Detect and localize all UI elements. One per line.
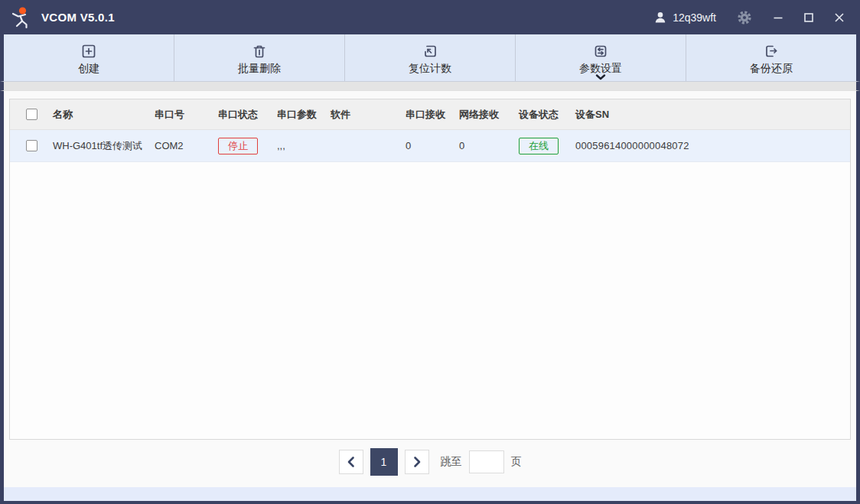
select-all-cell	[10, 109, 53, 120]
toolbar-content-divider	[0, 82, 860, 91]
row-checkbox-cell	[10, 140, 53, 151]
select-all-checkbox[interactable]	[26, 109, 37, 120]
bottom-status-strip	[0, 487, 860, 501]
batch-delete-button[interactable]: 批量删除	[174, 34, 344, 81]
user-icon	[653, 11, 667, 24]
usr-logo-icon	[9, 5, 34, 30]
user-account[interactable]: 12q39wft	[653, 11, 716, 24]
port-status-badge: 停止	[218, 138, 258, 154]
jump-to-label: 跳至	[441, 455, 462, 469]
cell-name: WH-G401tf透传测试	[53, 139, 155, 153]
device-table: 名称 串口号 串口状态 串口参数 软件 串口接收 网络接收 设备状态 设备SN …	[9, 99, 851, 440]
device-status-badge: 在线	[519, 138, 559, 154]
chevron-right-icon	[411, 456, 423, 468]
window-bottom-frame	[0, 501, 860, 504]
header-name[interactable]: 名称	[53, 108, 155, 122]
create-icon	[80, 43, 97, 60]
titlebar-right: 12q39wft	[653, 6, 849, 29]
cell-com-port: COM2	[155, 140, 218, 151]
header-com-port[interactable]: 串口号	[155, 108, 218, 122]
batch-delete-label: 批量删除	[238, 62, 281, 76]
jump-page-input[interactable]	[469, 450, 504, 473]
cell-serial-rx: 0	[406, 140, 459, 151]
backup-restore-button[interactable]: 备份还原	[686, 34, 856, 81]
header-device-sn[interactable]: 设备SN	[575, 108, 850, 122]
table-row[interactable]: WH-G401tf透传测试 COM2 停止 ,,, 0 0 在线 0005961…	[10, 130, 850, 162]
minimize-icon[interactable]	[768, 8, 788, 28]
cell-device-sn: 00059614000000048072	[575, 140, 850, 151]
prev-page-button[interactable]	[339, 450, 363, 474]
header-serial-rx[interactable]: 串口接收	[406, 108, 459, 122]
create-label: 创建	[78, 62, 99, 76]
param-settings-icon	[592, 43, 609, 60]
username-label: 12q39wft	[673, 11, 716, 24]
header-port-params[interactable]: 串口参数	[277, 108, 331, 122]
reset-count-label: 复位计数	[409, 62, 451, 76]
next-page-button[interactable]	[405, 450, 429, 474]
reset-count-icon	[422, 43, 438, 60]
main-content: 名称 串口号 串口状态 串口参数 软件 串口接收 网络接收 设备状态 设备SN …	[0, 91, 860, 487]
create-button[interactable]: 创建	[4, 34, 174, 81]
header-port-status[interactable]: 串口状态	[218, 108, 277, 122]
param-settings-button[interactable]: 参数设置	[515, 34, 686, 81]
window-controls	[768, 8, 849, 28]
toolbar: 创建 批量删除 复位计数	[0, 34, 860, 82]
maximize-icon[interactable]	[799, 8, 819, 28]
cell-port-status: 停止	[218, 138, 277, 154]
app-title: VCOM V5.0.1	[41, 11, 115, 24]
cell-device-status: 在线	[519, 138, 575, 154]
settings-gear-icon[interactable]	[733, 6, 756, 29]
page-number-button[interactable]: 1	[370, 448, 398, 476]
pagination: 1 跳至 页	[4, 447, 856, 476]
cell-port-params: ,,,	[277, 140, 331, 151]
backup-restore-icon	[763, 43, 780, 60]
close-icon[interactable]	[829, 8, 849, 28]
header-software[interactable]: 软件	[331, 108, 406, 122]
page-unit-label: 页	[511, 455, 522, 469]
header-device-status[interactable]: 设备状态	[519, 108, 575, 122]
titlebar: VCOM V5.0.1 12q39wft	[0, 0, 860, 34]
batch-delete-icon	[251, 43, 268, 60]
titlebar-left: VCOM V5.0.1	[9, 5, 115, 30]
row-checkbox[interactable]	[26, 140, 37, 151]
cell-network-rx: 0	[459, 140, 519, 151]
table-header-row: 名称 串口号 串口状态 串口参数 软件 串口接收 网络接收 设备状态 设备SN	[10, 99, 850, 130]
chevron-left-icon	[345, 456, 357, 468]
chevron-down-icon[interactable]	[595, 74, 606, 80]
vcom-window: VCOM V5.0.1 12q39wft	[0, 0, 860, 504]
header-network-rx[interactable]: 网络接收	[459, 108, 519, 122]
reset-count-button[interactable]: 复位计数	[344, 34, 515, 81]
backup-restore-label: 备份还原	[750, 62, 793, 76]
